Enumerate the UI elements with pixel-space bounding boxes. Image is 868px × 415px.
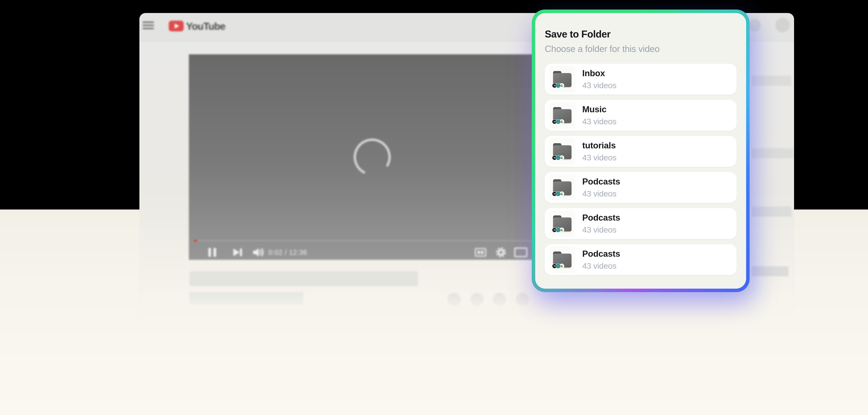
folder-thumbnail: N	[549, 138, 575, 164]
next-track-button[interactable]	[232, 245, 243, 260]
theater-mode-icon	[514, 248, 527, 257]
youtube-wordmark: YouTube	[186, 20, 225, 32]
folder-text: Podcasts 43 videos	[582, 177, 620, 198]
folder-video-count: 43 videos	[582, 261, 620, 270]
popup-body: Save to Folder Choose a folder for this …	[535, 13, 746, 289]
folder-text: Inbox 43 videos	[582, 68, 616, 90]
folder-app-badges: N	[552, 83, 564, 88]
folder-app-badges: N	[552, 228, 564, 232]
folder-app-badges: N	[552, 155, 564, 160]
youtube-play-icon	[169, 21, 184, 31]
time-display: 0:02 / 12:36	[268, 245, 307, 260]
teal-app-badge-icon	[556, 228, 561, 232]
progress-playhead[interactable]	[194, 240, 197, 242]
sidebar-item-placeholder	[752, 206, 791, 217]
folder-app-badges: N	[552, 119, 564, 124]
theater-mode-button[interactable]	[514, 245, 527, 260]
window-bottom-fade	[140, 291, 794, 317]
folder-app-badges: N	[552, 264, 564, 268]
captions-button[interactable]	[475, 245, 486, 260]
sidebar-item-placeholder	[752, 76, 791, 86]
folder-video-count: 43 videos	[582, 189, 620, 198]
folder-name: Music	[582, 104, 616, 115]
folder-name: Podcasts	[582, 213, 620, 223]
notifications-avatar-circle[interactable]	[748, 19, 761, 32]
folder-card[interactable]: N Inbox 43 videos	[545, 64, 737, 95]
video-title-placeholder	[189, 271, 418, 286]
volume-button[interactable]	[253, 245, 265, 260]
folder-card[interactable]: N tutorials 43 videos	[545, 136, 737, 167]
folder-thumbnail: N	[549, 211, 575, 236]
settings-gear-icon	[494, 246, 507, 259]
sidebar-item-placeholder	[752, 148, 794, 158]
folder-text: Music 43 videos	[582, 104, 616, 126]
folder-card[interactable]: N Podcasts 43 videos	[545, 244, 737, 275]
folder-text: Podcasts 43 videos	[582, 249, 620, 270]
folder-icon: N	[553, 71, 571, 87]
hamburger-menu-icon[interactable]	[143, 22, 154, 29]
teal-app-badge-icon	[556, 264, 561, 268]
popup-subtitle: Choose a folder for this video	[545, 43, 737, 54]
folder-card[interactable]: N Podcasts 43 videos	[545, 208, 737, 239]
popup-title: Save to Folder	[545, 28, 737, 40]
teal-app-badge-icon	[556, 83, 561, 88]
folder-name: Inbox	[582, 68, 616, 78]
settings-button[interactable]	[494, 245, 507, 260]
folder-app-badges: N	[552, 191, 564, 196]
folder-card[interactable]: N Podcasts 43 videos	[545, 172, 737, 203]
folder-thumbnail: N	[549, 174, 575, 200]
profile-avatar[interactable]	[775, 18, 790, 32]
folder-name: tutorials	[582, 140, 616, 151]
folder-text: tutorials 43 videos	[582, 140, 616, 162]
folder-list: N Inbox 43 videos	[545, 64, 737, 275]
folder-video-count: 43 videos	[582, 81, 616, 90]
sidebar-item-placeholder	[752, 266, 788, 276]
teal-app-badge-icon	[556, 155, 561, 160]
folder-video-count: 43 videos	[582, 225, 620, 234]
folder-icon: N	[553, 179, 571, 195]
teal-app-badge-icon	[556, 191, 561, 196]
pause-button[interactable]	[208, 245, 216, 260]
folder-icon: N	[553, 143, 571, 159]
folder-name: Podcasts	[582, 177, 620, 187]
teal-app-badge-icon	[556, 119, 561, 124]
folder-card[interactable]: N Music 43 videos	[545, 100, 737, 131]
youtube-logo[interactable]: YouTube	[169, 20, 225, 32]
folder-video-count: 43 videos	[582, 117, 616, 126]
folder-icon: N	[553, 215, 571, 231]
folder-name: Podcasts	[582, 249, 620, 259]
captions-icon	[475, 248, 486, 257]
folder-icon: N	[553, 252, 571, 267]
folder-thumbnail: N	[549, 66, 575, 92]
folder-thumbnail: N	[549, 247, 575, 273]
player-controls: 0:02 / 12:36	[189, 245, 556, 260]
save-to-folder-popup: Save to Folder Choose a folder for this …	[532, 9, 750, 292]
loading-spinner-icon	[351, 136, 393, 178]
folder-text: Podcasts 43 videos	[582, 213, 620, 234]
folder-video-count: 43 videos	[582, 153, 616, 162]
folder-thumbnail: N	[549, 102, 575, 128]
folder-icon: N	[553, 107, 571, 123]
progress-bar[interactable]	[194, 240, 550, 241]
video-player[interactable]: 0:02 / 12:36	[189, 54, 556, 260]
